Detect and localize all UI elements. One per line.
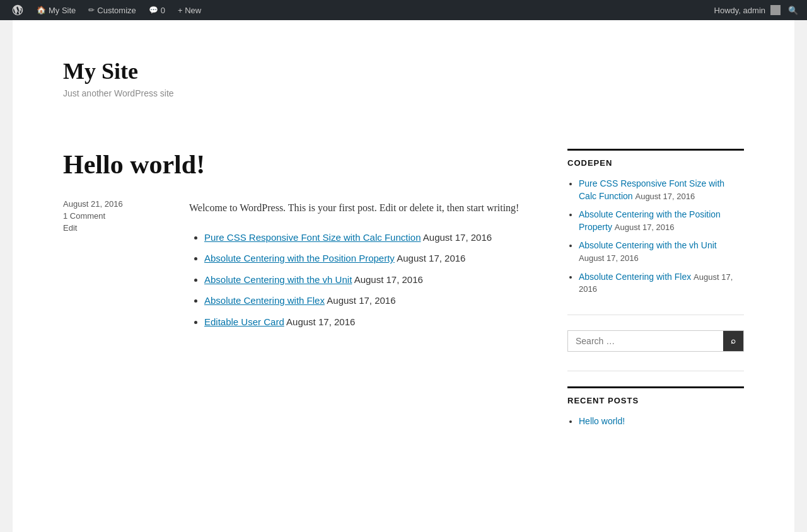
post-date: August 21, 2016 <box>63 199 164 209</box>
codepen-date-3: August 17, 2016 <box>579 253 639 263</box>
my-site-button[interactable]: 🏠 My Site <box>32 0 81 20</box>
post-title: Hello world! <box>63 149 530 180</box>
post-link-4-date: August 17, 2016 <box>327 295 395 306</box>
content-area: Hello world! August 21, 2016 1 Comment E… <box>13 124 794 446</box>
post-link-3[interactable]: Absolute Centering with the vh Unit <box>204 274 352 285</box>
list-item: Absolute Centering with Flex August 17, … <box>579 271 744 296</box>
codepen-link-3[interactable]: Absolute Centering with the vh Unit <box>579 240 717 250</box>
customize-button[interactable]: ✏ Customize <box>83 0 141 20</box>
pencil-icon: ✏ <box>88 6 95 14</box>
widget-separator-1 <box>567 315 744 315</box>
admin-bar: 🏠 My Site ✏ Customize 💬 0 + New Howdy, a… <box>0 0 807 20</box>
list-item: Absolute Centering with the Position Pro… <box>204 250 519 267</box>
recent-posts-list: Hello world! <box>567 415 744 428</box>
post-link-5[interactable]: Editable User Card <box>204 316 284 327</box>
list-item: Absolute Centering with the vh Unit Augu… <box>579 240 744 264</box>
new-button[interactable]: + New <box>173 0 206 20</box>
new-label: + New <box>178 6 201 15</box>
codepen-widget: CODEPEN Pure CSS Responsive Font Size wi… <box>567 149 744 296</box>
post-link-3-date: August 17, 2016 <box>354 274 423 285</box>
recent-post-link-1[interactable]: Hello world! <box>579 416 625 426</box>
post-link-4[interactable]: Absolute Centering with Flex <box>204 295 325 306</box>
wp-logo-button[interactable] <box>6 0 29 20</box>
codepen-date-2: August 17, 2016 <box>615 223 675 232</box>
my-site-label: My Site <box>49 6 76 15</box>
admin-search-icon[interactable]: 🔍 <box>786 3 801 18</box>
post-link-1-date: August 17, 2016 <box>423 232 492 243</box>
codepen-link-4[interactable]: Absolute Centering with Flex <box>579 272 691 282</box>
post-link-5-date: August 17, 2016 <box>286 316 355 327</box>
site-header: My Site Just another WordPress site <box>13 20 794 124</box>
post-link-2-date: August 17, 2016 <box>397 253 465 263</box>
post-edit-link[interactable]: Edit <box>63 223 164 233</box>
avatar <box>770 5 781 15</box>
recent-posts-title: RECENT POSTS <box>567 386 744 405</box>
post-content-wrapper: August 21, 2016 1 Comment Edit Welcome t… <box>63 199 530 335</box>
codepen-list: Pure CSS Responsive Font Size with Calc … <box>567 178 744 296</box>
post-link-1[interactable]: Pure CSS Responsive Font Size with Calc … <box>204 232 421 243</box>
site-wrapper: My Site Just another WordPress site Hell… <box>13 20 794 532</box>
site-title[interactable]: My Site <box>63 58 744 84</box>
widget-separator-2 <box>567 371 744 371</box>
list-item: Hello world! <box>579 415 744 428</box>
recent-posts-widget: RECENT POSTS Hello world! <box>567 386 744 428</box>
house-icon: 🏠 <box>37 6 46 14</box>
howdy-text: Howdy, admin <box>714 6 765 15</box>
comments-button[interactable]: 💬 0 <box>144 0 170 20</box>
codepen-widget-title: CODEPEN <box>567 149 744 168</box>
admin-bar-right: Howdy, admin 🔍 <box>714 3 801 18</box>
list-item: Pure CSS Responsive Font Size with Calc … <box>204 229 519 246</box>
post-body: Welcome to WordPress. This is your first… <box>189 199 519 335</box>
customize-label: Customize <box>97 6 136 15</box>
list-item: Absolute Centering with Flex August 17, … <box>204 292 519 309</box>
list-item: Absolute Centering with the vh Unit Augu… <box>204 272 519 288</box>
site-description: Just another WordPress site <box>63 88 744 98</box>
post-links-list: Pure CSS Responsive Font Size with Calc … <box>189 229 519 330</box>
post-meta: August 21, 2016 1 Comment Edit <box>63 199 164 335</box>
search-submit-button[interactable]: ⌕ <box>723 331 743 351</box>
codepen-date-1: August 17, 2016 <box>635 192 695 201</box>
admin-bar-left: 🏠 My Site ✏ Customize 💬 0 + New <box>6 0 714 20</box>
post-intro: Welcome to WordPress. This is your first… <box>189 199 519 216</box>
post-link-2[interactable]: Absolute Centering with the Position Pro… <box>204 253 395 263</box>
search-widget: ⌕ <box>567 330 744 352</box>
comments-count: 0 <box>161 6 165 15</box>
search-icon: ⌕ <box>731 336 736 345</box>
main-content: Hello world! August 21, 2016 1 Comment E… <box>63 124 530 446</box>
comment-icon: 💬 <box>149 6 158 14</box>
search-form: ⌕ <box>567 330 744 352</box>
list-item: Pure CSS Responsive Font Size with Calc … <box>579 178 744 202</box>
list-item: Absolute Centering with the Position Pro… <box>579 209 744 233</box>
post-comments-link[interactable]: 1 Comment <box>63 211 164 221</box>
list-item: Editable User Card August 17, 2016 <box>204 314 519 330</box>
search-input[interactable] <box>568 331 723 351</box>
sidebar: CODEPEN Pure CSS Responsive Font Size wi… <box>567 124 744 446</box>
